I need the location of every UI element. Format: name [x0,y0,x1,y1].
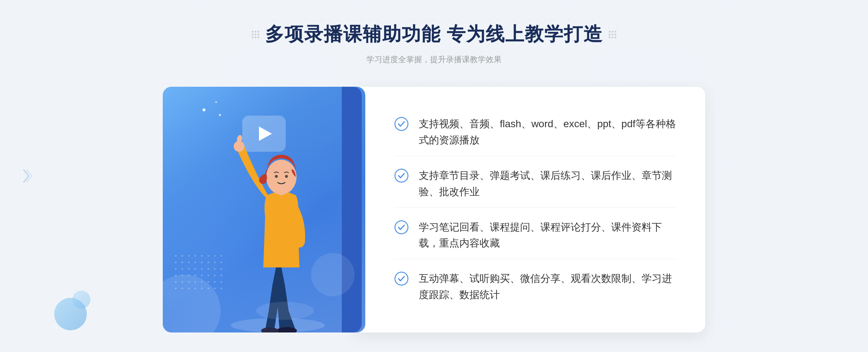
page-title: 多项录播课辅助功能 专为线上教学打造 [265,22,603,47]
right-decorative-dots [609,31,616,38]
svg-point-9 [395,117,408,130]
svg-point-7 [285,175,288,178]
feature-item-4: 互动弹幕、试听购买、微信分享、观看次数限制、学习进度跟踪、数据统计 [394,263,676,310]
check-icon-1 [394,117,409,131]
page-subtitle: 学习进度全掌握，提升录播课教学效果 [366,54,502,65]
feature-item-2: 支持章节目录、弹题考试、课后练习、课后作业、章节测验、批改作业 [394,160,676,208]
check-icon-3 [394,220,409,235]
content-area: 支持视频、音频、flash、word、excel、ppt、pdf等各种格式的资源… [163,87,705,332]
svg-point-12 [395,272,408,285]
left-decorative-dots [252,31,259,38]
sparkle-dot-3 [219,114,221,116]
check-icon-4 [394,271,409,286]
feature-text-1: 支持视频、音频、flash、word、excel、ppt、pdf等各种格式的资源… [419,116,676,149]
svg-point-5 [266,160,297,194]
person-illustration [209,130,346,332]
title-row: 多项录播课辅助功能 专为线上教学打造 [252,22,616,47]
svg-point-10 [395,169,408,182]
feature-text-4: 互动弹幕、试听购买、微信分享、观看次数限制、学习进度跟踪、数据统计 [419,271,676,303]
svg-point-8 [256,302,314,320]
left-arrow-decoration [22,169,32,183]
feature-item-3: 学习笔记回看、课程提问、课程评论打分、课件资料下载，重点内容收藏 [394,212,676,259]
feature-item-1: 支持视频、音频、flash、word、excel、ppt、pdf等各种格式的资源… [394,109,676,156]
illustration-card [163,87,365,332]
feature-text-2: 支持章节目录、弹题考试、课后练习、课后作业、章节测验、批改作业 [419,168,676,200]
header-section: 多项录播课辅助功能 专为线上教学打造 学习进度全掌握，提升录播课教学效果 [252,22,616,65]
svg-point-11 [395,221,408,234]
sparkle-dot-2 [215,101,217,103]
bottom-circle-deco-2 [72,291,90,309]
page-container: 多项录播课辅助功能 专为线上教学打造 学习进度全掌握，提升录播课教学效果 [0,0,868,352]
sparkle-dot-1 [203,108,205,111]
features-card: 支持视频、音频、flash、word、excel、ppt、pdf等各种格式的资源… [354,87,705,332]
check-icon-2 [394,168,409,183]
svg-point-6 [275,175,278,178]
feature-text-3: 学习笔记回看、课程提问、课程评论打分、课件资料下载，重点内容收藏 [419,219,676,252]
